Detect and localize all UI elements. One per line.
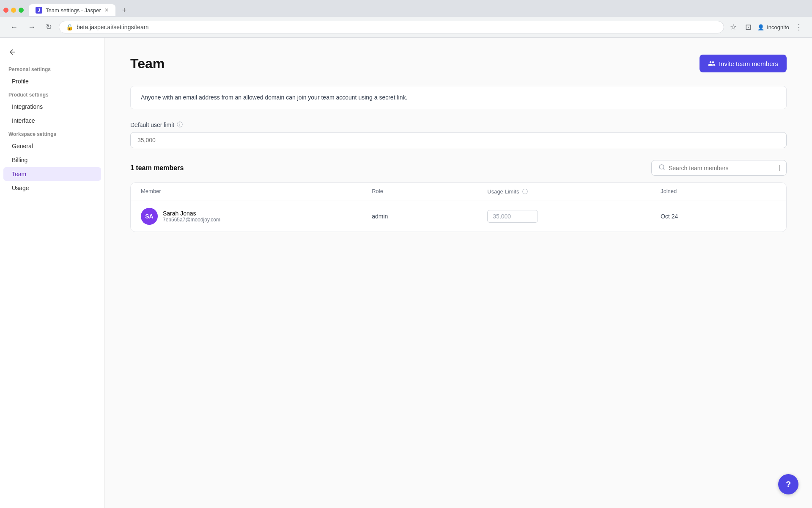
nav-right-controls: ☆ ⊡ 👤 Incognito ⋮ <box>727 20 805 34</box>
sidebar-item-general[interactable]: General <box>3 139 101 153</box>
product-settings-label: Product settings <box>0 88 104 99</box>
maximize-window-button[interactable] <box>19 8 24 13</box>
workspace-settings-label: Workspace settings <box>0 128 104 139</box>
app-layout: Personal settings Profile Product settin… <box>0 38 812 508</box>
minimize-window-button[interactable] <box>11 8 16 13</box>
info-banner-text: Anyone with an email address from an all… <box>141 94 407 101</box>
general-nav-label: General <box>12 143 33 149</box>
lock-icon: 🔒 <box>66 24 73 30</box>
members-header: 1 team members <box>130 160 787 176</box>
col-role: Role <box>372 188 487 196</box>
tab-favicon: J <box>36 7 42 14</box>
sidebar-item-integrations[interactable]: Integrations <box>3 100 101 113</box>
search-box[interactable] <box>651 160 787 176</box>
sidebar-toggle-button[interactable]: ⊡ <box>743 20 754 34</box>
avatar: SA <box>141 208 158 225</box>
back-arrow-icon <box>8 48 17 56</box>
incognito-icon: 👤 <box>757 24 764 30</box>
member-name: Sarah Jonas <box>163 210 220 217</box>
usage-nav-label: Usage <box>12 185 29 191</box>
members-count-label: 1 team members <box>130 164 184 172</box>
invite-team-members-button[interactable]: Invite team members <box>700 55 787 72</box>
close-window-button[interactable] <box>3 8 8 13</box>
forward-button[interactable]: → <box>25 21 39 33</box>
interface-nav-label: Interface <box>12 117 35 124</box>
member-email: 7eb565a7@moodjoy.com <box>163 217 220 223</box>
new-tab-button[interactable]: + <box>119 5 130 16</box>
reload-button[interactable]: ↻ <box>42 21 55 33</box>
member-details: Sarah Jonas 7eb565a7@moodjoy.com <box>163 210 220 223</box>
search-icon <box>658 164 665 172</box>
table-header: Member Role Usage Limits ⓘ Joined <box>131 183 786 201</box>
user-limit-info-icon: ⓘ <box>177 121 183 129</box>
sidebar-item-billing[interactable]: Billing <box>3 153 101 167</box>
back-nav-button[interactable] <box>0 44 104 60</box>
tab-title: Team settings - Jasper <box>46 7 101 14</box>
incognito-button[interactable]: 👤 Incognito <box>757 24 789 30</box>
personal-settings-label: Personal settings <box>0 63 104 74</box>
main-content: Team Invite team members Anyone with an … <box>105 38 812 508</box>
sidebar-item-usage[interactable]: Usage <box>3 181 101 195</box>
active-tab[interactable]: J Team settings - Jasper ✕ <box>29 4 115 16</box>
usage-limits-info-icon: ⓘ <box>522 188 528 195</box>
sidebar-item-team[interactable]: Team <box>3 167 101 181</box>
member-usage-limit-input[interactable] <box>487 210 538 223</box>
browser-chrome: J Team settings - Jasper ✕ + ← → ↻ 🔒 bet… <box>0 0 812 38</box>
menu-button[interactable]: ⋮ <box>793 20 805 34</box>
address-bar[interactable]: 🔒 beta.jasper.ai/settings/team <box>59 21 724 33</box>
billing-nav-label: Billing <box>12 157 27 163</box>
profile-nav-label: Profile <box>12 78 29 85</box>
col-joined: Joined <box>661 188 776 196</box>
member-joined: Oct 24 <box>661 213 776 220</box>
info-banner: Anyone with an email address from an all… <box>130 86 787 109</box>
default-user-limit-input[interactable] <box>130 132 787 148</box>
tab-bar: J Team settings - Jasper ✕ + <box>0 0 812 17</box>
incognito-label: Incognito <box>767 24 789 30</box>
member-role: admin <box>372 213 487 220</box>
window-controls <box>3 8 24 13</box>
invite-icon <box>708 60 716 67</box>
sidebar: Personal settings Profile Product settin… <box>0 38 105 508</box>
member-info: SA Sarah Jonas 7eb565a7@moodjoy.com <box>141 208 372 225</box>
bookmark-button[interactable]: ☆ <box>727 20 739 34</box>
invite-btn-label: Invite team members <box>719 60 778 67</box>
col-member: Member <box>141 188 372 196</box>
sidebar-item-interface[interactable]: Interface <box>3 114 101 127</box>
usage-limit-cell <box>487 210 661 223</box>
back-button[interactable]: ← <box>7 21 21 33</box>
team-nav-label: Team <box>12 171 26 177</box>
members-table: Member Role Usage Limits ⓘ Joined SA Sar… <box>130 182 787 232</box>
nav-bar: ← → ↻ 🔒 beta.jasper.ai/settings/team ☆ ⊡… <box>0 17 812 37</box>
search-team-input[interactable] <box>669 165 775 171</box>
page-header: Team Invite team members <box>130 55 787 72</box>
url-text: beta.jasper.ai/settings/team <box>77 24 717 30</box>
svg-point-0 <box>659 165 664 169</box>
search-cursor <box>779 165 779 171</box>
default-user-limit-label: Default user limit ⓘ <box>130 121 787 129</box>
tab-close-button[interactable]: ✕ <box>104 7 109 13</box>
col-usage-limits: Usage Limits ⓘ <box>487 188 661 196</box>
table-row: SA Sarah Jonas 7eb565a7@moodjoy.com admi… <box>131 201 786 232</box>
integrations-nav-label: Integrations <box>12 103 43 110</box>
page-title: Team <box>130 56 165 72</box>
sidebar-item-profile[interactable]: Profile <box>3 75 101 88</box>
help-button[interactable]: ? <box>778 474 798 494</box>
